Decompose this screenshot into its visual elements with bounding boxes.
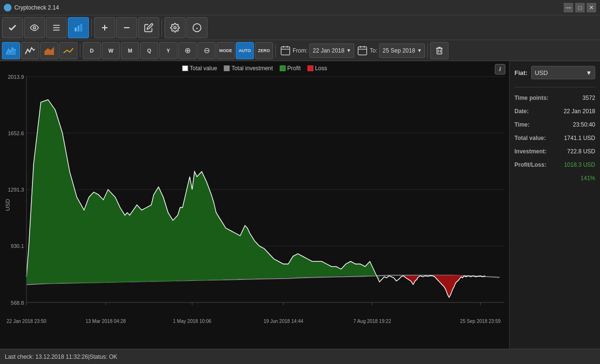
right-panel: Fiat: USD ▼ Time points: 3572 Date: 22 J… [509, 61, 600, 349]
svg-text:1652.6: 1652.6 [8, 130, 24, 136]
date-to-arrow: ▼ [417, 48, 422, 53]
fiat-select[interactable]: USD ▼ [531, 66, 595, 79]
edit-button[interactable] [138, 17, 159, 38]
auto-button[interactable]: AUTO [236, 42, 254, 59]
list-button[interactable] [46, 17, 67, 38]
add-button[interactable] [94, 17, 115, 38]
legend-total-investment: Total investment [224, 65, 273, 72]
subtract-button[interactable] [116, 17, 137, 38]
view-line-fill-button[interactable] [2, 42, 20, 59]
investment-value: 722.8 USD [567, 148, 595, 155]
time-points-row: Time points: 3572 [514, 95, 595, 101]
view-area-button[interactable] [40, 42, 58, 59]
calendar-to-icon [357, 45, 368, 56]
time-value: 23:50:40 [573, 121, 595, 128]
zoom-year-button[interactable]: Y [159, 42, 177, 59]
profit-loss-row: Profit/Loss: 1018.3 USD [514, 161, 595, 168]
svg-rect-4 [75, 28, 76, 32]
profit-loss-value: 1018.3 USD [564, 161, 595, 168]
status-bar: Last check: 13.12.2018 11:32:26 | Status… [0, 349, 600, 364]
view-multi-line-button[interactable] [59, 42, 77, 59]
profit-loss-key: Profit/Loss: [514, 161, 546, 168]
zoom-out-button[interactable]: ⊖ [197, 42, 216, 59]
svg-text:USD: USD [5, 199, 11, 211]
zoom-day-button[interactable]: D [83, 42, 101, 59]
svg-text:568.8: 568.8 [11, 300, 24, 305]
maximize-button[interactable]: □ [575, 3, 585, 12]
svg-text:1291.3: 1291.3 [8, 187, 24, 193]
chart-svg: 2013.9 1652.6 1291.3 930.1 568.8 USD 22 … [0, 61, 509, 349]
minimize-button[interactable]: — [564, 3, 573, 12]
svg-text:1 May 2018 10:06: 1 May 2018 10:06 [173, 319, 212, 324]
svg-rect-5 [77, 25, 79, 31]
close-button[interactable]: ✕ [587, 3, 596, 12]
svg-rect-16 [281, 47, 290, 55]
date-to-picker[interactable]: 25 Sep 2018 ▼ [379, 43, 425, 58]
info-divider-1 [514, 87, 595, 87]
settings-button[interactable] [164, 17, 185, 38]
date-from-section: From: 22 Jan 2018 ▼ [280, 43, 354, 58]
chart-button[interactable] [68, 17, 89, 38]
app-icon [4, 4, 11, 11]
svg-marker-15 [44, 47, 54, 55]
legend-profit-box [280, 65, 285, 71]
chart-info-button[interactable]: i [495, 64, 505, 75]
investment-key: Investment: [514, 148, 546, 155]
fiat-row: Fiat: USD ▼ [514, 66, 595, 79]
fiat-label: Fiat: [514, 69, 527, 76]
main-toolbar [0, 15, 600, 40]
from-label: From: [293, 47, 307, 54]
legend-loss-label: Loss [315, 65, 327, 72]
eye-button[interactable] [24, 17, 45, 38]
legend-total-investment-box [224, 65, 229, 71]
svg-text:19 Jun 2018 14:44: 19 Jun 2018 14:44 [263, 319, 303, 324]
date-row: Date: 22 Jan 2018 [514, 108, 595, 115]
svg-point-10 [174, 26, 176, 29]
delete-button[interactable] [430, 42, 448, 59]
svg-text:2013.9: 2013.9 [8, 74, 24, 79]
check-button[interactable] [2, 17, 23, 38]
legend-loss: Loss [307, 65, 327, 72]
chart-toolbar-sep1 [80, 44, 80, 57]
window-controls: — □ ✕ [564, 3, 596, 12]
legend-total-investment-label: Total investment [231, 65, 273, 72]
fiat-selected-value: USD [535, 69, 547, 76]
svg-marker-14 [6, 48, 16, 55]
view-line-only-button[interactable] [21, 42, 39, 59]
zero-button[interactable]: ZERO [255, 42, 273, 59]
date-to-value: 25 Sep 2018 [382, 47, 415, 54]
chart-legend: Total value Total investment Profit Loss [182, 65, 327, 72]
date-from-value: 22 Jan 2018 [313, 47, 344, 54]
date-key: Date: [514, 108, 529, 115]
zoom-mode-button[interactable]: MODE [217, 42, 235, 59]
legend-total-value-box [182, 65, 188, 71]
zoom-in-button[interactable]: ⊕ [178, 42, 196, 59]
status-text: Status: OK [89, 353, 117, 360]
total-value-row: Total value: 1741.1 USD [514, 135, 595, 141]
time-key: Time: [514, 121, 530, 128]
date-to-section: To: 25 Sep 2018 ▼ [357, 43, 425, 58]
chart-area: Total value Total investment Profit Loss… [0, 61, 509, 349]
legend-total-value-label: Total value [190, 65, 217, 72]
svg-point-0 [33, 26, 36, 29]
zoom-week-button[interactable]: W [102, 42, 120, 59]
info-circle-button[interactable] [186, 17, 207, 38]
zoom-month-button[interactable]: M [121, 42, 139, 59]
zoom-quarter-button[interactable]: Q [140, 42, 158, 59]
calendar-from-icon [280, 45, 291, 56]
time-row: Time: 23:50:40 [514, 121, 595, 128]
chart-toolbar-sep3 [427, 44, 428, 57]
main-content: Total value Total investment Profit Loss… [0, 61, 600, 349]
percent-row: 141% [514, 175, 595, 182]
time-points-value: 3572 [582, 95, 595, 101]
chart-toolbar: D W M Q Y ⊕ ⊖ MODE AUTO ZERO From: 22 Ja… [0, 40, 600, 61]
total-value-key: Total value: [514, 135, 546, 141]
toolbar-separator [91, 19, 92, 36]
svg-text:22 Jan 2018 23:50: 22 Jan 2018 23:50 [7, 319, 46, 324]
to-label: To: [370, 47, 377, 54]
svg-text:7 Aug 2018 19:22: 7 Aug 2018 19:22 [353, 319, 391, 324]
svg-rect-6 [80, 24, 82, 31]
last-check-text: Last check: 13.12.2018 11:32:26 [5, 353, 88, 360]
date-from-picker[interactable]: 22 Jan 2018 ▼ [309, 43, 354, 58]
svg-rect-20 [358, 47, 367, 55]
